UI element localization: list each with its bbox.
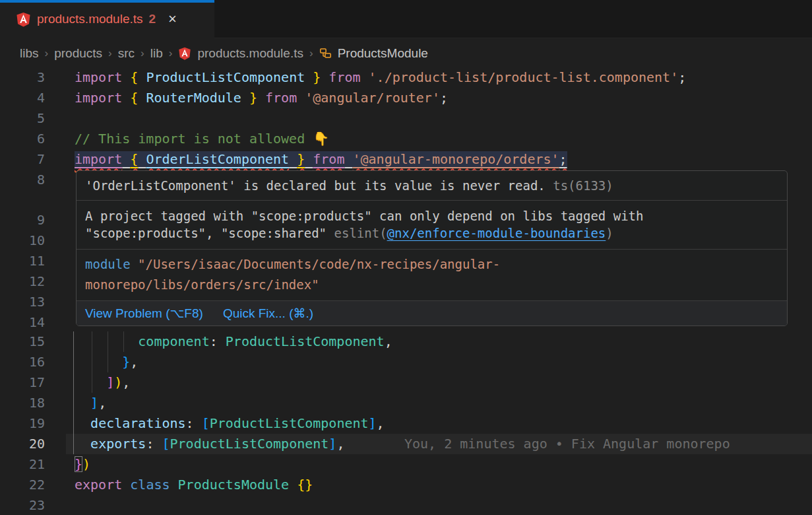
active-indent-guide (73, 352, 74, 372)
code-token: ] (106, 374, 114, 390)
code-token: ] (369, 415, 377, 431)
warning-squiggle: import { OrderListComponent } from '@ang… (75, 151, 567, 167)
tab-bar: products.module.ts 2 × (0, 0, 812, 38)
class-symbol-icon (319, 47, 332, 59)
code-token (122, 90, 130, 106)
code-line-19[interactable]: 19 declarations: [ProductListComponent], (0, 413, 812, 434)
code-token: , (98, 395, 106, 411)
breadcrumb-item-src[interactable]: src (118, 46, 135, 61)
code-token: , (122, 374, 130, 390)
view-problem-link[interactable]: View Problem (⌥F8) (85, 306, 203, 321)
code-line-17[interactable]: 17 ]), (0, 372, 812, 393)
code-line-20[interactable]: 20 exports: [ProductListComponent],You, … (0, 434, 812, 454)
code-token: ; (440, 90, 448, 106)
line-number: 17 (0, 372, 45, 393)
code-token: "/Users/isaac/Documents/code/nx-recipes/… (131, 257, 501, 271)
breadcrumb-item-products[interactable]: products (54, 46, 102, 61)
code-token: from (328, 69, 360, 85)
line-number: 20 (0, 434, 45, 454)
line-number: 13 (0, 292, 45, 312)
hover-text-line: A project tagged with "scope:products" c… (85, 207, 778, 224)
code-token: , (377, 415, 385, 431)
code-token: ProductsModule (178, 477, 290, 493)
close-icon[interactable]: × (168, 12, 177, 26)
breadcrumb-item-lib[interactable]: lib (150, 46, 163, 61)
code-token: import (75, 151, 122, 167)
code-text: ], (75, 393, 106, 413)
code-token (321, 69, 328, 85)
code-line-7[interactable]: 7import { OrderListComponent } from '@an… (0, 149, 812, 170)
code-token: ] (328, 436, 336, 452)
code-token: : (186, 415, 202, 431)
code-token: module (85, 257, 131, 271)
code-token: ] (90, 395, 98, 411)
code-token: [ (202, 415, 210, 431)
code-line-6[interactable]: 6// This import is not allowed 👇 (0, 129, 812, 149)
eslint-rule-link[interactable]: @nx/enforce-module-boundaries (387, 226, 606, 240)
line-number: 18 (0, 393, 45, 413)
breadcrumb-separator: › (45, 47, 49, 60)
code-token: } (122, 354, 130, 370)
breadcrumb-item-symbol[interactable]: ProductsModule (338, 46, 428, 61)
line-number: 15 (0, 331, 45, 352)
code-token (305, 69, 313, 85)
tab-products-module[interactable]: products.module.ts 2 × (0, 0, 214, 38)
code-token: monorepo/libs/orders/src/index" (85, 277, 319, 292)
code-token (122, 151, 130, 167)
line-number: 9 (0, 210, 45, 230)
breadcrumb-separator: › (108, 47, 112, 60)
code-token (75, 374, 106, 390)
code-line-5[interactable]: 5 (0, 108, 812, 129)
code-text: import { ProductListComponent } from './… (75, 67, 686, 88)
code-line-22[interactable]: 22export class ProductsModule {} (0, 475, 812, 495)
code-token: ; (559, 151, 567, 167)
code-token (305, 151, 313, 167)
code-token: { (130, 69, 138, 85)
code-token (75, 333, 138, 349)
active-indent-guide (73, 331, 74, 352)
code-token: './product-list/product-list.component' (369, 69, 679, 85)
hover-text-line: "scope:products", "scope:shared" eslint(… (85, 224, 778, 242)
code-line-4[interactable]: 4import { RouterModule } from '@angular/… (0, 88, 812, 108)
code-token: from (265, 90, 297, 106)
code-token (138, 151, 146, 167)
code-line-21[interactable]: 21}) (0, 454, 812, 475)
code-text: component: ProductListComponent, (75, 331, 392, 352)
code-text: export class ProductsModule {} (75, 475, 313, 495)
code-line-16[interactable]: 16 }, (0, 352, 812, 372)
code-line-18[interactable]: 18 ], (0, 393, 812, 413)
code-line-15[interactable]: 15 component: ProductListComponent, (0, 331, 812, 352)
line-number: 22 (0, 475, 45, 495)
breadcrumb-item-file[interactable]: products.module.ts (197, 46, 303, 61)
code-token (122, 69, 130, 85)
code-token: RouterModule (146, 90, 241, 106)
breadcrumb-separator: › (169, 47, 173, 60)
active-indent-guide (73, 413, 74, 434)
code-line-3[interactable]: 3import { ProductListComponent } from '.… (0, 67, 812, 88)
module-specifier-link[interactable]: '@angular-monorepo/orders' (353, 151, 559, 167)
code-token: { (130, 90, 138, 106)
line-number: 12 (0, 271, 45, 292)
code-token: class (130, 477, 170, 493)
code-token: {} (297, 477, 313, 493)
breadcrumb-item-libs[interactable]: libs (20, 46, 39, 61)
code-token: // This import is not allowed (75, 131, 313, 147)
quick-fix-link[interactable]: Quick Fix... (⌘.) (223, 306, 313, 321)
code-token: , (336, 436, 344, 452)
code-text: ]), (75, 372, 130, 393)
code-token: ProductListComponent (226, 333, 385, 349)
line-number: 6 (0, 129, 45, 149)
active-indent-guide (73, 372, 74, 393)
code-editor[interactable]: 'OrderListComponent' is declared but its… (0, 67, 812, 515)
code-line-23[interactable]: 23 (0, 495, 812, 515)
code-token: eslint( (334, 226, 387, 240)
code-token: } (249, 90, 257, 106)
line-number: 10 (0, 230, 45, 251)
code-token: ProductListComponent (210, 415, 369, 431)
code-text: declarations: [ProductListComponent], (75, 413, 385, 434)
code-token: } (297, 151, 305, 167)
code-text: import { RouterModule } from '@angular/r… (75, 88, 448, 108)
code-token (138, 69, 146, 85)
code-token (241, 90, 249, 106)
diagnostic-hover: 'OrderListComponent' is declared but its… (76, 170, 788, 326)
